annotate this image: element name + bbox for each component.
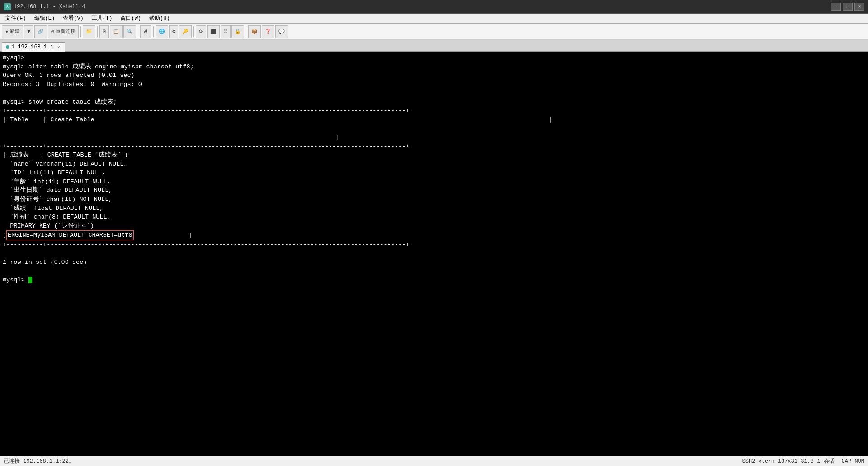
terminal-line-4: Records: 3 Duplicates: 0 Warnings: 0 <box>3 80 865 89</box>
toolbar-separator-6 <box>246 26 246 37</box>
paste-icon: 📋 <box>113 29 119 34</box>
toolbar-btn-3[interactable]: 📁 <box>83 25 95 38</box>
terminal-tab[interactable]: 1 192.168.1.1 ✕ <box>2 42 65 52</box>
help-button[interactable]: ❓ <box>262 25 274 38</box>
help-icon: ❓ <box>265 29 271 34</box>
tab-bar: 1 192.168.1.1 ✕ <box>0 40 868 52</box>
find-button[interactable]: 🔍 <box>123 25 136 38</box>
chat-button[interactable]: 💬 <box>275 25 288 38</box>
terminal-line-9 <box>3 124 865 133</box>
terminal-line-16: `身份证号` char(18) NOT NULL, <box>3 195 865 204</box>
window-controls[interactable]: – □ ✕ <box>831 3 864 11</box>
terminal-line-10: +----------+----------------------------… <box>3 142 865 151</box>
terminal-line-17: `成绩` float DEFAULT NULL, <box>3 204 865 213</box>
terminal-line-12: `name` varchar(11) DEFAULT NULL, <box>3 160 865 169</box>
new-label: 新建 <box>10 28 20 35</box>
toolbar-separator-1 <box>80 26 81 37</box>
refresh-button[interactable]: ⟳ <box>196 25 206 38</box>
tab-label: 1 192.168.1.1 <box>11 44 54 50</box>
toolbar: ✦ 新建 ▼ 🔗 ↺ 重新连接 📁 ⎘ 📋 🔍 🖨 🌐 ⚙ 🔑 ⟳ ⬛ <box>0 24 868 40</box>
reconnect-label: 重新连接 <box>56 28 75 35</box>
minimize-button[interactable]: – <box>831 3 841 11</box>
copy-button[interactable]: ⎘ <box>99 25 109 38</box>
terminal-line-18: `性别` char(8) DEFAULT NULL, <box>3 213 865 222</box>
menu-file[interactable]: 文件(F) <box>2 14 30 23</box>
terminal-line-3: Query OK, 3 rows affected (0.01 sec) <box>3 71 865 80</box>
new-button[interactable]: ✦ 新建 <box>2 25 23 38</box>
key-button[interactable]: 🔑 <box>179 25 192 38</box>
terminal-line-6: mysql> show create table 成绩表; <box>3 98 865 107</box>
terminal-line-25: mysql> <box>3 276 865 285</box>
toolbar-separator-4 <box>153 26 154 37</box>
stop-button[interactable]: ⬛ <box>207 25 220 38</box>
terminal-line-11: | 成绩表 | CREATE TABLE `成绩表` ( <box>3 151 865 160</box>
close-button[interactable]: ✕ <box>854 3 864 11</box>
dropdown-button[interactable]: ▼ <box>24 25 33 38</box>
terminal-line-2: mysql> alter table 成绩表 engine=myisam cha… <box>3 62 865 71</box>
lock-icon: 🔒 <box>235 29 241 34</box>
maximize-button[interactable]: □ <box>843 3 853 11</box>
menu-tools[interactable]: 工具(T) <box>88 14 116 23</box>
terminal-line-13: `ID` int(11) DEFAULT NULL, <box>3 168 865 177</box>
stop-icon: ⬛ <box>210 29 217 34</box>
terminal-line-24 <box>3 267 865 276</box>
globe-icon: 🌐 <box>159 29 165 34</box>
print-icon: 🖨 <box>143 29 148 34</box>
menu-bar: 文件(F) 编辑(E) 查看(V) 工具(T) 窗口(W) 帮助(H) <box>0 14 868 24</box>
terminal-line-1: mysql> <box>3 53 865 62</box>
terminal-line-7: +----------+----------------------------… <box>3 106 865 115</box>
apps-button[interactable]: ⠿ <box>221 25 231 38</box>
reconnect-button[interactable]: ↺ 重新连接 <box>48 25 79 38</box>
terminal-line-5 <box>3 89 865 98</box>
terminal-cursor <box>28 277 32 283</box>
terminal-output[interactable]: mysql> mysql> alter table 成绩表 engine=myi… <box>0 52 868 456</box>
transfer-button[interactable]: 📦 <box>248 25 261 38</box>
terminal-line-22 <box>3 249 865 258</box>
title-bar-left: X 192.168.1.1 - Xshell 4 <box>4 3 85 10</box>
tab-close-button[interactable]: ✕ <box>57 44 60 50</box>
terminal-line-20: )ENGINE=MyISAM DEFAULT CHARSET=utf8 | <box>3 230 865 240</box>
link-button[interactable]: 🔗 <box>34 25 47 38</box>
terminal-line-21: +----------+----------------------------… <box>3 240 865 249</box>
key-icon: 🔑 <box>182 29 189 34</box>
terminal-line-23: 1 row in set (0.00 sec) <box>3 258 865 267</box>
chevron-down-icon: ▼ <box>27 29 30 34</box>
apps-icon: ⠿ <box>224 29 227 34</box>
terminal-line-19: PRIMARY KEY (`身份证号`) <box>3 222 865 231</box>
toolbar-separator-5 <box>193 26 194 37</box>
reconnect-icon: ↺ <box>51 29 54 34</box>
find-icon: 🔍 <box>127 29 133 34</box>
terminal-line-14: `年龄` int(11) DEFAULT NULL, <box>3 177 865 186</box>
tab-status-dot <box>6 45 9 49</box>
settings-icon: ⚙ <box>172 29 175 34</box>
folder-icon: 📁 <box>86 29 92 34</box>
link-icon: 🔗 <box>38 29 44 34</box>
terminal-line-8: | Table | Create Table | <box>3 115 865 124</box>
print-button[interactable]: 🖨 <box>140 25 151 38</box>
paste-button[interactable]: 📋 <box>110 25 123 38</box>
settings-button[interactable]: ⚙ <box>169 25 179 38</box>
toolbar-separator-3 <box>138 26 138 37</box>
toolbar-separator-2 <box>97 26 98 37</box>
transfer-icon: 📦 <box>251 29 258 34</box>
copy-icon: ⎘ <box>103 29 106 34</box>
menu-view[interactable]: 查看(V) <box>59 14 87 23</box>
lock-button[interactable]: 🔒 <box>231 25 244 38</box>
menu-window[interactable]: 窗口(W) <box>117 14 145 23</box>
engine-highlight: ENGINE=MyISAM DEFAULT CHARSET=utf8 <box>6 230 133 240</box>
terminal-line-15: `出生日期` date DEFAULT NULL, <box>3 186 865 195</box>
window-title: 192.168.1.1 - Xshell 4 <box>14 4 85 10</box>
title-bar: X 192.168.1.1 - Xshell 4 – □ ✕ <box>0 0 868 14</box>
terminal-line-divider: | <box>3 133 865 142</box>
menu-edit[interactable]: 编辑(E) <box>31 14 59 23</box>
chat-icon: 💬 <box>278 29 285 34</box>
new-icon: ✦ <box>5 28 9 35</box>
menu-help[interactable]: 帮助(H) <box>146 14 174 23</box>
refresh-icon: ⟳ <box>199 29 203 34</box>
globe-button[interactable]: 🌐 <box>156 25 168 38</box>
app-icon: X <box>4 3 11 10</box>
